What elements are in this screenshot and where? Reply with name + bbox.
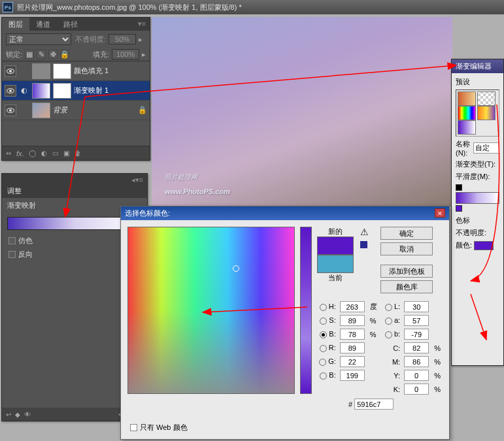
panel-tabs: 图层 通道 路径 ▾≡ xyxy=(2,18,150,31)
h-radio[interactable] xyxy=(320,304,327,311)
a-input[interactable] xyxy=(404,315,429,326)
dither-checkbox[interactable] xyxy=(8,237,16,244)
bb-radio[interactable] xyxy=(385,331,392,338)
panel-menu-icon[interactable]: ◂▾≡ xyxy=(127,174,147,184)
return-icon[interactable]: ↩ xyxy=(6,411,11,418)
preset-swatch[interactable] xyxy=(458,120,476,135)
document-canvas[interactable]: 照片处理网 www.PhotoPS.com xyxy=(152,17,452,206)
bb-input[interactable] xyxy=(404,329,429,340)
adjustment-icon: ◐ xyxy=(19,86,29,95)
layer-row[interactable]: ◐ 渐变映射 1 xyxy=(2,81,150,101)
lock-transparency-icon[interactable]: ▦ xyxy=(25,50,34,59)
tab-paths[interactable]: 路径 xyxy=(57,18,84,31)
k-input[interactable] xyxy=(404,384,429,395)
layer-row[interactable]: 背景 🔒 xyxy=(2,101,150,120)
layer-thumb[interactable] xyxy=(32,103,50,118)
lock-paint-icon[interactable]: ✎ xyxy=(37,50,46,59)
opacity-input[interactable] xyxy=(109,34,136,44)
lock-icon: 🔒 xyxy=(138,106,147,114)
a-radio[interactable] xyxy=(385,318,392,325)
layer-thumb[interactable] xyxy=(32,83,50,99)
b-input[interactable] xyxy=(340,329,365,340)
r-radio[interactable] xyxy=(320,345,327,352)
lock-all-icon[interactable]: 🔒 xyxy=(60,50,69,59)
color-field-cursor[interactable] xyxy=(233,265,239,272)
hex-input[interactable] xyxy=(354,399,394,410)
visibility-toggle[interactable] xyxy=(5,105,16,116)
visibility-toggle[interactable] xyxy=(5,85,16,97)
layer-name[interactable]: 渐变映射 1 xyxy=(74,86,109,95)
new-layer-icon[interactable]: ▣ xyxy=(63,150,69,157)
current-color-swatch[interactable] xyxy=(317,255,354,273)
websafe-warning-icon[interactable] xyxy=(360,241,367,248)
preset-swatch[interactable] xyxy=(477,106,496,120)
g-input[interactable] xyxy=(340,356,365,367)
gradient-name-input[interactable] xyxy=(473,142,499,154)
s-radio[interactable] xyxy=(320,318,327,325)
reverse-checkbox[interactable] xyxy=(8,251,16,258)
fx-icon[interactable]: fx. xyxy=(16,150,24,157)
adjustment-icon[interactable]: ◐ xyxy=(41,150,47,157)
lock-move-icon[interactable]: ✥ xyxy=(48,50,58,59)
r-input[interactable] xyxy=(340,342,365,353)
close-icon[interactable]: ✕ xyxy=(435,208,445,218)
color-stop-marker[interactable] xyxy=(456,205,462,212)
preset-swatch[interactable] xyxy=(458,106,476,120)
b-radio[interactable] xyxy=(320,331,327,338)
presets-label: 预设 xyxy=(456,77,499,87)
fill-input[interactable] xyxy=(112,49,139,59)
bl-input[interactable] xyxy=(340,370,365,381)
l-radio[interactable] xyxy=(385,304,392,311)
eye-icon[interactable]: 👁 xyxy=(24,411,31,418)
blend-mode-select[interactable]: 正常 xyxy=(6,33,71,45)
panel-menu-icon[interactable]: ▾≡ xyxy=(134,18,150,31)
color-library-button[interactable]: 颜色库 xyxy=(380,280,433,293)
lock-label: 锁定: xyxy=(6,50,22,59)
gamut-warning-icon[interactable]: ⚠ xyxy=(360,227,369,237)
layer-mask-thumb[interactable] xyxy=(53,63,71,79)
new-color-label: 新的 xyxy=(317,227,354,237)
color-stops-track[interactable] xyxy=(456,205,499,212)
app-titlebar: Ps 照片处理网_www.photops.com.jpg @ 100% (渐变映… xyxy=(0,0,504,14)
s-input[interactable] xyxy=(340,315,365,326)
reverse-label: 反向 xyxy=(18,250,33,259)
color-field[interactable] xyxy=(127,227,295,394)
folder-icon[interactable]: ▭ xyxy=(52,150,58,157)
cancel-button[interactable]: 取消 xyxy=(380,242,433,255)
web-only-checkbox[interactable] xyxy=(130,424,137,431)
layer-mask-thumb[interactable] xyxy=(53,83,71,99)
layer-row[interactable]: 颜色填充 1 xyxy=(2,61,150,81)
opacity-stop-marker[interactable] xyxy=(456,184,462,191)
gradient-bar[interactable] xyxy=(456,192,499,204)
clip-icon[interactable]: ◆ xyxy=(15,411,20,418)
y-input[interactable] xyxy=(404,370,429,381)
mask-icon[interactable]: ◯ xyxy=(29,150,36,157)
visibility-toggle[interactable] xyxy=(5,65,16,77)
tab-layers[interactable]: 图层 xyxy=(2,18,29,31)
opacity-stops-track[interactable] xyxy=(456,184,499,191)
chevron-down-icon[interactable]: ▸ xyxy=(142,50,146,59)
ok-button[interactable]: 确定 xyxy=(380,227,433,240)
stops-label: 色标 xyxy=(456,216,499,225)
trash-icon[interactable]: 🗑 xyxy=(75,150,81,157)
stop-color-swatch[interactable] xyxy=(474,241,494,250)
m-input[interactable] xyxy=(404,356,429,367)
bl-radio[interactable] xyxy=(320,372,327,380)
layer-name[interactable]: 背景 xyxy=(53,105,67,115)
c-input[interactable] xyxy=(404,342,429,353)
h-input[interactable] xyxy=(340,301,365,312)
add-swatch-button[interactable]: 添加到色板 xyxy=(380,265,433,278)
g-radio[interactable] xyxy=(319,359,326,366)
layer-thumb[interactable] xyxy=(32,63,50,79)
l-input[interactable] xyxy=(404,301,429,312)
hue-slider[interactable] xyxy=(300,227,312,394)
layer-list: 颜色填充 1 ◐ 渐变映射 1 背景 🔒 xyxy=(2,61,150,120)
new-color-swatch xyxy=(317,237,354,255)
chevron-down-icon[interactable]: ▸ xyxy=(139,35,143,44)
preset-swatch[interactable] xyxy=(477,91,496,106)
preset-swatch[interactable] xyxy=(458,91,476,106)
link-icon[interactable]: ⇔ xyxy=(6,150,11,157)
watermark: 照片处理网 www.PhotoPS.com xyxy=(165,167,230,197)
tab-channels[interactable]: 通道 xyxy=(29,18,57,31)
layer-name[interactable]: 颜色填充 1 xyxy=(74,66,109,76)
